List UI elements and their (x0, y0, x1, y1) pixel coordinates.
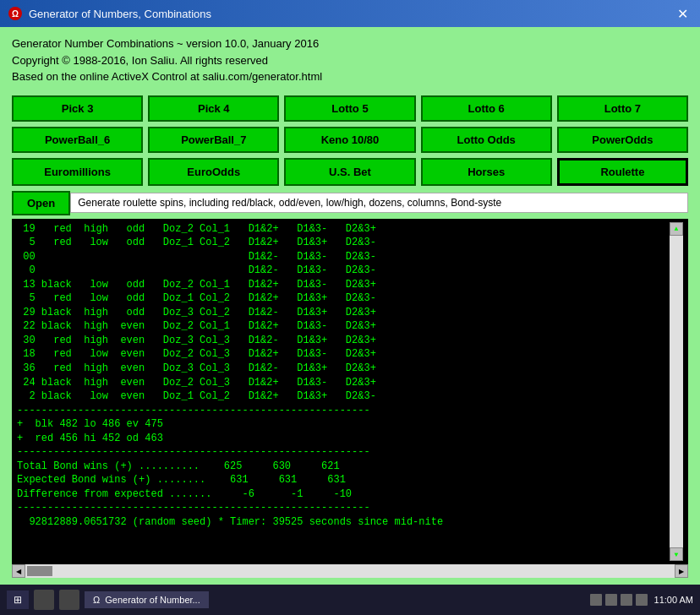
horses-button[interactable]: Horses (421, 158, 552, 186)
app-icon: Ω (8, 7, 22, 20)
scroll-track[interactable] (670, 236, 683, 548)
window-title: Generator of Numbers, Combinations (29, 8, 211, 20)
output-container: 19 red high odd Doz_2 Col_1 D1&2+ D1&3- … (12, 219, 688, 565)
header-line3: Based on the online ActiveX Control at s… (12, 68, 688, 85)
open-row: Open Generate roulette spins, including … (12, 191, 688, 215)
button-row1: Pick 3 Pick 4 Lotto 5 Lotto 6 Lotto 7 (12, 95, 688, 122)
main-window: Ω Generator of Numbers, Combinations ✕ G… (0, 0, 700, 615)
open-description: Generate roulette spins, including red/b… (70, 193, 688, 213)
pick3-button[interactable]: Pick 3 (12, 95, 143, 122)
title-bar-left: Ω Generator of Numbers, Combinations (8, 7, 211, 20)
usbet-button[interactable]: U.S. Bet (284, 158, 415, 186)
tray-icon-2 (605, 594, 617, 606)
taskbar-icon-1[interactable] (34, 590, 54, 610)
taskbar-icon-2[interactable] (59, 590, 79, 610)
taskbar: ⊞ Ω Generator of Number... 11:00 AM (0, 585, 700, 615)
scroll-up-button[interactable]: ▲ (670, 222, 683, 236)
header-line1: Generator Number Combinations ~ version … (12, 35, 688, 52)
roulette-button[interactable]: Roulette (557, 158, 688, 186)
powerodds-button[interactable]: PowerOdds (557, 127, 688, 153)
open-button[interactable]: Open (12, 191, 70, 215)
tray-icon-3 (621, 594, 632, 606)
app-icon-small: Ω (93, 595, 100, 605)
lotto6-button[interactable]: Lotto 6 (421, 95, 552, 122)
app-label: Generator of Number... (105, 595, 200, 605)
keno-button[interactable]: Keno 10/80 (284, 127, 415, 153)
taskbar-app[interactable]: Ω Generator of Number... (85, 591, 209, 608)
euroodds-button[interactable]: EuroOdds (148, 158, 279, 186)
windows-icon: ⊞ (14, 594, 22, 606)
button-row3: Euromillions EuroOdds U.S. Bet Horses Ro… (12, 158, 688, 186)
scroll-left-button[interactable]: ◀ (12, 564, 25, 578)
start-button[interactable]: ⊞ (7, 591, 29, 609)
scroll-h-thumb[interactable] (27, 566, 52, 576)
horizontal-scrollbar[interactable]: ◀ ▶ (12, 564, 688, 578)
scroll-right-button[interactable]: ▶ (675, 564, 688, 578)
lotto7-button[interactable]: Lotto 7 (557, 95, 688, 122)
pick4-button[interactable]: Pick 4 (148, 95, 279, 122)
header-info: Generator Number Combinations ~ version … (12, 35, 688, 85)
close-button[interactable]: ✕ (674, 6, 692, 22)
vertical-scrollbar[interactable]: ▲ ▼ (670, 222, 683, 562)
button-row2: PowerBall_6 PowerBall_7 Keno 10/80 Lotto… (12, 127, 688, 153)
powerball7-button[interactable]: PowerBall_7 (148, 127, 279, 153)
scroll-h-track[interactable] (25, 564, 675, 578)
content-area: Generator Number Combinations ~ version … (0, 27, 700, 585)
scroll-down-button[interactable]: ▼ (670, 547, 683, 561)
title-bar: Ω Generator of Numbers, Combinations ✕ (0, 0, 700, 27)
output-text: 19 red high odd Doz_2 Col_1 D1&2+ D1&3- … (17, 222, 670, 562)
clock: 11:00 AM (654, 595, 693, 605)
tray-icon-1 (590, 594, 602, 606)
tray-icon-4 (636, 594, 648, 606)
lotto5-button[interactable]: Lotto 5 (284, 95, 415, 122)
powerball6-button[interactable]: PowerBall_6 (12, 127, 143, 153)
output-section: 19 red high odd Doz_2 Col_1 D1&2+ D1&3- … (12, 219, 688, 565)
header-line2: Copyright © 1988-2016, Ion Saliu. All ri… (12, 52, 688, 69)
tray-icons (590, 594, 648, 606)
euromillions-button[interactable]: Euromillions (12, 158, 143, 186)
taskbar-right: 11:00 AM (590, 594, 693, 606)
lotto-odds-button[interactable]: Lotto Odds (421, 127, 552, 153)
